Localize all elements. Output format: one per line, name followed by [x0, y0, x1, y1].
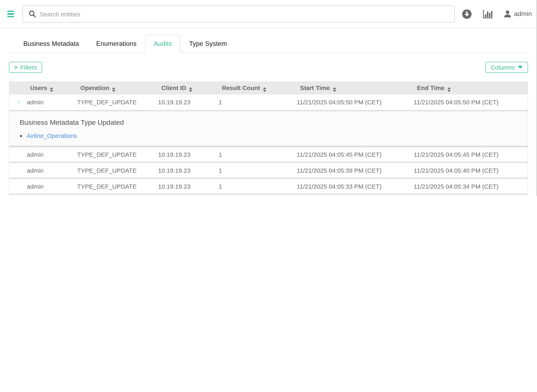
scrollbar-edge — [536, 0, 537, 196]
cell-result-count: 1 — [210, 146, 288, 162]
cell-client-id: 10.19.19.23 — [150, 146, 210, 162]
table-row: adminTYPE_DEF_UPDATE10.19.19.23111/21/20… — [9, 94, 528, 111]
column-header-start-time[interactable]: Start Time — [288, 81, 406, 94]
user-icon — [504, 10, 511, 18]
cell-result-count: 1 — [210, 178, 288, 194]
cell-users: admin — [19, 194, 69, 196]
cell-end-time: 11/21/2025 04:05:40 PM (CET) — [406, 162, 528, 178]
column-header-client-id[interactable]: Client ID — [150, 81, 210, 94]
expanded-detail-row: Business Metadata Type UpdatedAirline_Op… — [9, 111, 528, 146]
sort-icon — [447, 87, 451, 92]
column-header-end-time[interactable]: End Time — [406, 81, 528, 94]
chevron-right-icon — [18, 184, 19, 190]
cell-users: admin — [19, 178, 69, 194]
top-icons: admin — [462, 9, 532, 19]
chevron-down-icon — [17, 100, 19, 106]
column-header-operation[interactable]: Operation — [69, 81, 150, 94]
cell-client-id: 10.19.19.23 — [150, 94, 210, 111]
table-header-row: UsersOperationClient IDResult CountStart… — [9, 81, 528, 94]
search-box — [23, 5, 455, 23]
filters-button-label: Filters — [20, 64, 37, 71]
user-menu[interactable]: admin — [504, 10, 532, 18]
table-row: adminTYPE_DEF_UPDATE10.19.19.23111/21/20… — [9, 194, 528, 196]
row-expander[interactable] — [9, 94, 19, 111]
cell-end-time: 11/21/2025 04:05:27 PM (CET) — [406, 194, 528, 196]
cell-users: admin — [19, 162, 69, 178]
cell-users: admin — [19, 94, 69, 111]
cell-start-time: 11/21/2025 04:05:45 PM (CET) — [288, 146, 406, 162]
column-header-result-count[interactable]: Result Count — [210, 81, 288, 94]
tab-type-system[interactable]: Type System — [181, 35, 236, 53]
search-icon — [29, 10, 36, 18]
app-window: admin Business Metadata Enumerations Aud… — [0, 0, 537, 196]
columns-button[interactable]: Columns — [486, 62, 528, 73]
caret-down-icon — [518, 66, 523, 69]
audit-table: UsersOperationClient IDResult CountStart… — [9, 81, 528, 196]
cell-start-time: 11/21/2025 04:05:33 PM (CET) — [288, 178, 406, 194]
chevron-right-icon — [18, 168, 19, 174]
sort-icon — [333, 87, 336, 92]
cell-operation: TYPE_DEF_UPDATE — [69, 178, 150, 194]
download-icon[interactable] — [462, 9, 472, 19]
sort-icon — [112, 87, 116, 92]
cell-result-count: 1 — [210, 162, 288, 178]
cell-client-id: 10.19.19.23 — [150, 178, 210, 194]
sort-icon — [50, 87, 53, 92]
row-expander[interactable] — [9, 178, 19, 194]
column-label: Client ID — [161, 84, 186, 91]
chevron-right-icon — [18, 152, 19, 158]
column-header-users[interactable]: Users — [19, 81, 69, 94]
username: admin — [514, 10, 532, 18]
cell-operation: TYPE_DEF_UPDATE — [69, 194, 150, 196]
cell-start-time: 11/21/2025 04:05:39 PM (CET) — [288, 162, 406, 178]
cell-operation: TYPE_DEF_UPDATE — [69, 162, 150, 178]
table-controls: > Filters Columns — [9, 62, 528, 73]
tab-bar: Business Metadata Enumerations Audits Ty… — [9, 35, 528, 53]
detail-list-item: Airline_Operations — [27, 132, 528, 139]
cell-result-count: 1 — [210, 94, 288, 111]
columns-button-label: Columns — [491, 64, 515, 71]
detail-title: Business Metadata Type Updated — [20, 118, 528, 127]
column-label: Operation — [80, 84, 109, 91]
hamburger-menu-icon[interactable] — [7, 11, 14, 17]
cell-client-id: 10.19.19.23 — [150, 162, 210, 178]
table-row: adminTYPE_DEF_UPDATE10.19.19.23111/21/20… — [9, 146, 528, 162]
cell-result-count: 1 — [210, 194, 288, 196]
table-row: adminTYPE_DEF_UPDATE10.19.19.23111/21/20… — [9, 178, 528, 194]
cell-end-time: 11/21/2025 04:05:34 PM (CET) — [406, 178, 528, 194]
cell-operation: TYPE_DEF_UPDATE — [69, 146, 150, 162]
row-expander[interactable] — [9, 146, 19, 162]
column-label: Start Time — [300, 84, 330, 91]
cell-client-id: 10.19.19.23 — [150, 194, 210, 196]
cell-end-time: 11/21/2025 04:05:50 PM (CET) — [406, 94, 528, 111]
column-label: Users — [30, 84, 47, 91]
detail-list: Airline_Operations — [20, 132, 528, 139]
chevron-right-icon: > — [14, 64, 17, 71]
table-row: adminTYPE_DEF_UPDATE10.19.19.23111/21/20… — [9, 162, 528, 178]
bar-chart-icon[interactable] — [483, 9, 493, 19]
column-label: End Time — [417, 84, 444, 91]
row-expander[interactable] — [9, 162, 19, 178]
filters-button[interactable]: > Filters — [9, 62, 42, 73]
search-input[interactable] — [23, 5, 455, 23]
cell-users: admin — [19, 146, 69, 162]
sort-icon — [263, 87, 266, 92]
column-label: Result Count — [222, 84, 260, 91]
top-bar: admin — [0, 0, 537, 28]
cell-start-time: 11/21/2025 04:05:50 PM (CET) — [288, 94, 406, 111]
detail-entity-link[interactable]: Airline_Operations — [27, 132, 77, 139]
expander-column-header — [9, 81, 19, 94]
cell-end-time: 11/21/2025 04:05:45 PM (CET) — [406, 146, 528, 162]
tab-business-metadata[interactable]: Business Metadata — [15, 35, 88, 53]
sort-icon — [189, 87, 192, 92]
row-expander[interactable] — [9, 194, 19, 196]
cell-operation: TYPE_DEF_UPDATE — [69, 94, 150, 111]
tab-audits[interactable]: Audits — [145, 35, 181, 53]
tab-enumerations[interactable]: Enumerations — [88, 35, 145, 53]
cell-start-time: 11/21/2025 04:05:27 PM (CET) — [288, 194, 406, 196]
